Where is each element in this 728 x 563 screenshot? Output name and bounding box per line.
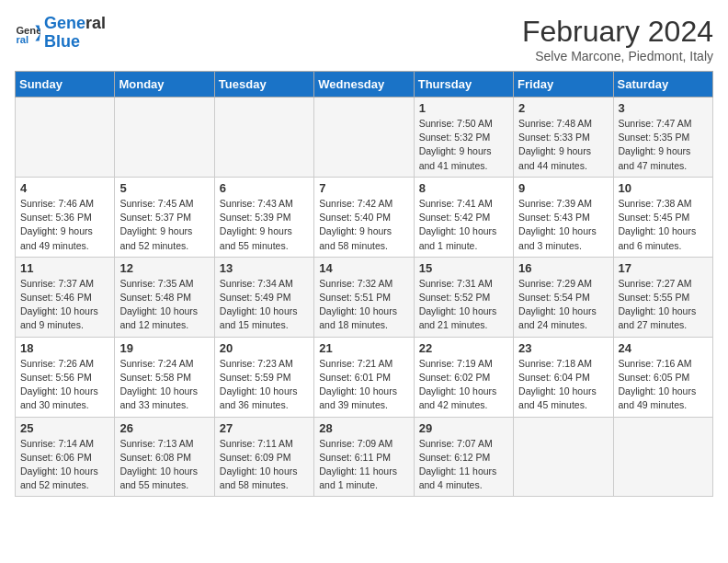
day-number: 12 (119, 261, 209, 275)
calendar-cell: 20Sunrise: 7:23 AM Sunset: 5:59 PM Dayli… (214, 337, 313, 417)
page-header: Gene ral GeneralBlue February 2024 Selve… (15, 15, 713, 63)
day-info: Sunrise: 7:38 AM Sunset: 5:45 PM Dayligh… (619, 197, 708, 253)
calendar-week-row: 4Sunrise: 7:46 AM Sunset: 5:36 PM Daylig… (16, 177, 713, 257)
calendar-cell: 21Sunrise: 7:21 AM Sunset: 6:01 PM Dayli… (314, 337, 414, 417)
day-info: Sunrise: 7:50 AM Sunset: 5:32 PM Dayligh… (419, 117, 508, 173)
day-info: Sunrise: 7:39 AM Sunset: 5:43 PM Dayligh… (518, 197, 608, 253)
day-number: 27 (220, 421, 309, 435)
day-number: 10 (619, 181, 708, 195)
calendar-cell: 22Sunrise: 7:19 AM Sunset: 6:02 PM Dayli… (414, 337, 513, 417)
calendar-cell: 19Sunrise: 7:24 AM Sunset: 5:58 PM Dayli… (115, 337, 214, 417)
day-number: 15 (419, 261, 508, 275)
day-number: 18 (20, 341, 109, 355)
calendar-cell: 23Sunrise: 7:18 AM Sunset: 6:04 PM Dayli… (514, 337, 613, 417)
day-info: Sunrise: 7:34 AM Sunset: 5:49 PM Dayligh… (220, 277, 309, 333)
calendar-table: SundayMondayTuesdayWednesdayThursdayFrid… (15, 71, 713, 497)
calendar-cell: 5Sunrise: 7:45 AM Sunset: 5:37 PM Daylig… (115, 177, 214, 257)
day-number: 1 (419, 101, 508, 115)
calendar-body: 1Sunrise: 7:50 AM Sunset: 5:32 PM Daylig… (16, 98, 713, 497)
day-info: Sunrise: 7:26 AM Sunset: 5:56 PM Dayligh… (20, 357, 109, 413)
calendar-cell: 7Sunrise: 7:42 AM Sunset: 5:40 PM Daylig… (314, 177, 414, 257)
calendar-week-row: 1Sunrise: 7:50 AM Sunset: 5:32 PM Daylig… (16, 98, 713, 178)
day-number: 7 (319, 181, 408, 195)
calendar-cell: 15Sunrise: 7:31 AM Sunset: 5:52 PM Dayli… (414, 257, 513, 337)
day-number: 5 (119, 181, 209, 195)
calendar-cell: 24Sunrise: 7:16 AM Sunset: 6:05 PM Dayli… (613, 337, 712, 417)
day-info: Sunrise: 7:29 AM Sunset: 5:54 PM Dayligh… (518, 277, 608, 333)
weekday-header-cell: Saturday (613, 72, 712, 98)
day-number: 22 (419, 341, 508, 355)
day-number: 8 (419, 181, 508, 195)
day-info: Sunrise: 7:27 AM Sunset: 5:55 PM Dayligh… (619, 277, 708, 333)
day-info: Sunrise: 7:31 AM Sunset: 5:52 PM Dayligh… (419, 277, 508, 333)
weekday-header-cell: Sunday (16, 72, 115, 98)
calendar-cell (214, 98, 313, 178)
weekday-header-row: SundayMondayTuesdayWednesdayThursdayFrid… (16, 72, 713, 98)
day-number: 13 (220, 261, 309, 275)
day-number: 24 (619, 341, 708, 355)
calendar-cell: 1Sunrise: 7:50 AM Sunset: 5:32 PM Daylig… (414, 98, 513, 178)
weekday-header-cell: Wednesday (314, 72, 414, 98)
day-info: Sunrise: 7:09 AM Sunset: 6:11 PM Dayligh… (319, 437, 408, 493)
day-info: Sunrise: 7:14 AM Sunset: 6:06 PM Dayligh… (20, 437, 109, 493)
day-info: Sunrise: 7:13 AM Sunset: 6:08 PM Dayligh… (119, 437, 209, 493)
day-number: 16 (518, 261, 608, 275)
day-number: 2 (518, 101, 608, 115)
day-number: 23 (518, 341, 608, 355)
logo: Gene ral GeneralBlue (15, 15, 106, 52)
calendar-cell: 16Sunrise: 7:29 AM Sunset: 5:54 PM Dayli… (514, 257, 613, 337)
calendar-cell: 13Sunrise: 7:34 AM Sunset: 5:49 PM Dayli… (214, 257, 313, 337)
calendar-cell: 11Sunrise: 7:37 AM Sunset: 5:46 PM Dayli… (16, 257, 115, 337)
svg-text:ral: ral (16, 34, 28, 45)
day-info: Sunrise: 7:24 AM Sunset: 5:58 PM Dayligh… (119, 357, 209, 413)
day-info: Sunrise: 7:47 AM Sunset: 5:35 PM Dayligh… (619, 117, 708, 173)
day-info: Sunrise: 7:21 AM Sunset: 6:01 PM Dayligh… (319, 357, 408, 413)
day-number: 25 (20, 421, 109, 435)
day-number: 28 (319, 421, 408, 435)
calendar-cell: 14Sunrise: 7:32 AM Sunset: 5:51 PM Dayli… (314, 257, 414, 337)
day-number: 11 (20, 261, 109, 275)
day-number: 14 (319, 261, 408, 275)
day-info: Sunrise: 7:18 AM Sunset: 6:04 PM Dayligh… (518, 357, 608, 413)
day-number: 17 (619, 261, 708, 275)
calendar-cell (314, 98, 414, 178)
day-info: Sunrise: 7:11 AM Sunset: 6:09 PM Dayligh… (220, 437, 309, 493)
calendar-cell: 8Sunrise: 7:41 AM Sunset: 5:42 PM Daylig… (414, 177, 513, 257)
day-info: Sunrise: 7:16 AM Sunset: 6:05 PM Dayligh… (619, 357, 708, 413)
calendar-cell: 3Sunrise: 7:47 AM Sunset: 5:35 PM Daylig… (613, 98, 712, 178)
day-info: Sunrise: 7:35 AM Sunset: 5:48 PM Dayligh… (119, 277, 209, 333)
logo-text: GeneralBlue (44, 15, 106, 52)
calendar-cell: 28Sunrise: 7:09 AM Sunset: 6:11 PM Dayli… (314, 417, 414, 497)
calendar-cell: 25Sunrise: 7:14 AM Sunset: 6:06 PM Dayli… (16, 417, 115, 497)
title-block: February 2024 Selve Marcone, Piedmont, I… (522, 15, 713, 63)
day-number: 4 (20, 181, 109, 195)
month-title: February 2024 (522, 15, 713, 49)
day-number: 26 (119, 421, 209, 435)
calendar-cell: 17Sunrise: 7:27 AM Sunset: 5:55 PM Dayli… (613, 257, 712, 337)
weekday-header-cell: Thursday (414, 72, 513, 98)
calendar-week-row: 18Sunrise: 7:26 AM Sunset: 5:56 PM Dayli… (16, 337, 713, 417)
calendar-cell: 27Sunrise: 7:11 AM Sunset: 6:09 PM Dayli… (214, 417, 313, 497)
day-info: Sunrise: 7:42 AM Sunset: 5:40 PM Dayligh… (319, 197, 408, 253)
day-number: 9 (518, 181, 608, 195)
weekday-header-cell: Monday (115, 72, 214, 98)
day-info: Sunrise: 7:23 AM Sunset: 5:59 PM Dayligh… (220, 357, 309, 413)
calendar-cell: 4Sunrise: 7:46 AM Sunset: 5:36 PM Daylig… (16, 177, 115, 257)
weekday-header-cell: Friday (514, 72, 613, 98)
day-number: 19 (119, 341, 209, 355)
calendar-cell: 12Sunrise: 7:35 AM Sunset: 5:48 PM Dayli… (115, 257, 214, 337)
calendar-cell: 6Sunrise: 7:43 AM Sunset: 5:39 PM Daylig… (214, 177, 313, 257)
day-number: 6 (220, 181, 309, 195)
calendar-cell (613, 417, 712, 497)
day-info: Sunrise: 7:32 AM Sunset: 5:51 PM Dayligh… (319, 277, 408, 333)
calendar-cell: 18Sunrise: 7:26 AM Sunset: 5:56 PM Dayli… (16, 337, 115, 417)
day-info: Sunrise: 7:48 AM Sunset: 5:33 PM Dayligh… (518, 117, 608, 173)
day-info: Sunrise: 7:41 AM Sunset: 5:42 PM Dayligh… (419, 197, 508, 253)
location-subtitle: Selve Marcone, Piedmont, Italy (522, 49, 713, 63)
calendar-cell: 9Sunrise: 7:39 AM Sunset: 5:43 PM Daylig… (514, 177, 613, 257)
day-info: Sunrise: 7:19 AM Sunset: 6:02 PM Dayligh… (419, 357, 508, 413)
day-info: Sunrise: 7:43 AM Sunset: 5:39 PM Dayligh… (220, 197, 309, 253)
day-info: Sunrise: 7:46 AM Sunset: 5:36 PM Dayligh… (20, 197, 109, 253)
day-number: 3 (619, 101, 708, 115)
calendar-cell (514, 417, 613, 497)
